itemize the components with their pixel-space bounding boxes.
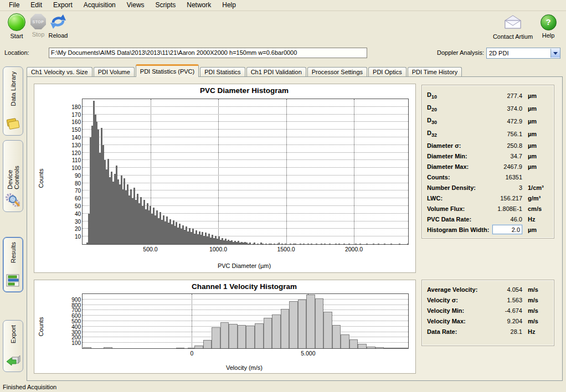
location-input[interactable]: F:\My Documents\AIMS Data\2013\2013\11\2… [49,48,367,58]
y-tick-label: 200 [71,334,81,341]
menu-item-edit[interactable]: Edit [25,0,48,11]
menu-item-network[interactable]: Network [181,0,217,11]
y-tick-label: 100 [71,340,81,346]
dropdown-button[interactable] [550,49,560,58]
stat-label: Number Density: [427,184,490,191]
tab-ch1-pdi-validation[interactable]: Ch1 PDI Validation [246,67,306,77]
histogram-bar [359,244,361,244]
gridline [192,294,192,348]
stat-value: 1.808E-1 [490,205,526,212]
stat-unit: m/s [526,286,549,293]
x-tick-label: 500.0 [143,246,157,252]
histogram-bar [393,348,402,348]
histogram-bar [285,244,286,244]
histogram-bar [272,314,281,348]
histogram-bar [307,244,309,244]
reload-button[interactable]: Reload [42,13,74,39]
stat-unit: µm [526,153,549,159]
tab-ch1-velocity-vs-size[interactable]: Ch1 Velocity vs. Size [27,67,92,77]
status-text: Finished Acquisition [3,384,56,390]
stat-unit: m/s [526,318,549,324]
menu-item-acquisition[interactable]: Acquisition [78,0,121,11]
x-tick-label: 1000.0 [209,246,227,252]
doppler-analysis-select[interactable]: 2D PDI [486,48,560,59]
tab-strip: Ch1 Velocity vs. SizePDI VolumePDI Stati… [27,65,563,77]
histogram-bar [348,244,350,244]
x-tick-label: 2000.0 [345,246,363,252]
sidebar-item-results[interactable]: Results [3,237,23,292]
y-tick-label: 140 [71,134,81,140]
menu-item-help[interactable]: Help [217,0,241,11]
help-icon: ? [541,14,557,30]
y-tick-label: 500 [71,318,81,324]
y-tick-label: 40 [75,210,81,216]
histogram-bar [289,301,298,348]
stat-label: Volume Flux: [427,205,490,212]
stat-unit: 1/cm³ [526,184,549,191]
stat-unit: µm [526,226,549,233]
y-tick-label: 110 [72,157,81,163]
stat-label: Average Velocity: [427,286,490,293]
pvc-stat-row: D32756.1µm [427,127,549,140]
velocity-stat-row: Velocity σ:1.563m/s [427,295,549,305]
histogram-bar [355,244,357,244]
histogram-bin-width-input[interactable] [492,225,522,234]
histogram-bar [290,244,291,244]
tab-pdi-time-history[interactable]: PDI Time History [408,67,462,77]
tab-pdi-statistics-pvc-[interactable]: PDI Statistics (PVC) [136,64,199,77]
sidebar-item-export[interactable]: Export [3,320,23,372]
histogram-bars [83,99,408,244]
histogram-bar [257,244,259,244]
pvc-stat-row: Diameter Min:34.7µm [427,151,549,161]
stat-unit: m/s [526,297,549,303]
histogram-bar [343,244,345,244]
sidebar-item-label: Device Controls [7,145,20,189]
stat-value: 472.9 [490,118,526,125]
menu-item-views[interactable]: Views [121,0,150,11]
pvc-y-axis-label: Counts [38,169,44,188]
velocity-chart-title: Channel 1 Velocity Histogram [79,282,410,291]
location-row: Location: F:\My Documents\AIMS Data\2013… [0,47,566,60]
status-bar: Finished Acquisition [0,382,566,392]
stat-label: Velocity σ: [427,297,490,303]
stat-label: Histogram Bin Width: [427,226,490,233]
toolbar: Start STOP Stop Reload Contact Artium ? … [0,11,566,45]
gridline [83,321,408,321]
x-tick-label: 5.000 [301,350,315,357]
menu-item-scripts[interactable]: Scripts [150,0,182,11]
histogram-bar [300,244,301,244]
histogram-bar [246,326,255,348]
contact-artium-button[interactable]: Contact Artium [492,13,533,40]
histogram-bar [321,244,322,244]
tab-processor-settings[interactable]: Processor Settings [307,67,367,77]
tab-page-pdi-statistics-pvc: PVC Diameter Histogram Counts 1020304050… [27,76,563,381]
stat-value: 46.0 [490,216,526,223]
histogram-bar [367,347,375,348]
y-tick-label: 50 [75,203,81,209]
sidebar-item-device-controls[interactable]: Device Controls [3,140,23,212]
tab-pdi-statistics[interactable]: PDI Statistics [200,67,245,77]
histogram-bar [254,243,255,244]
tab-pdi-volume[interactable]: PDI Volume [94,67,135,77]
gridline [83,299,408,300]
stat-label: D30 [427,117,490,125]
stat-value: 277.4 [490,92,526,99]
sidebar-item-data-library[interactable]: Data Library [3,66,23,136]
menu-item-export[interactable]: Export [48,0,78,11]
pvc-stat-row: D20374.0µm [427,102,549,115]
histogram-bar [358,344,367,348]
y-tick-label: 170 [71,111,81,117]
histogram-bar [335,244,337,244]
sidebar-item-label: Export [10,325,17,343]
reload-icon [42,13,74,30]
tab-pdi-optics[interactable]: PDI Optics [368,67,407,77]
y-tick-label: 80 [75,180,81,186]
histogram-bar [323,312,332,348]
stat-value: 2467.9 [490,163,526,170]
help-button[interactable]: ? Help [536,13,560,39]
pvc-stats-panel: D10277.4µmD20374.0µmD30472.9µmD32756.1µm… [421,85,554,239]
histogram-bar [279,243,280,244]
pvc-stat-row: Counts:16351 [427,172,549,182]
menu-item-file[interactable]: File [3,0,25,11]
pvc-stat-row: Number Density:31/cm³ [427,182,549,193]
